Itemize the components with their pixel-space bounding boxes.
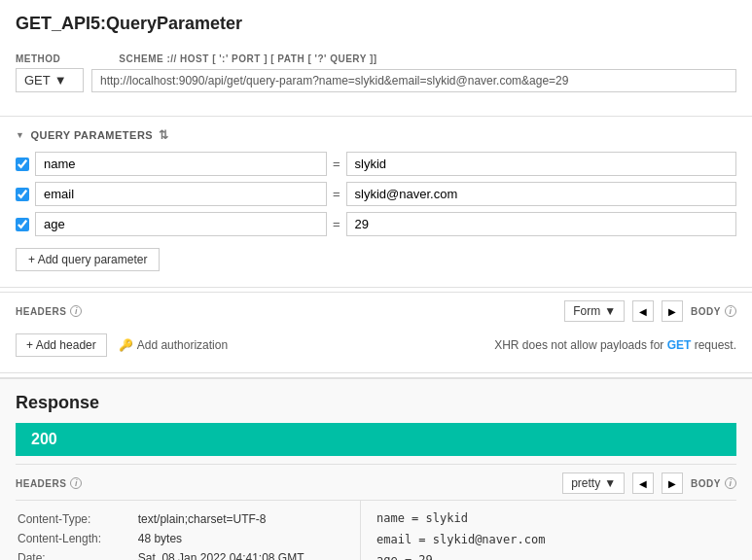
response-headers-row: HEADERS i pretty ▼ ◀ ▶ BODY i [16,464,736,500]
pretty-dropdown-icon: ▼ [604,476,616,490]
resp-header-val-0: text/plain;charset=UTF-8 [138,510,358,528]
add-authorization-button[interactable]: 🔑 Add authorization [119,338,228,352]
response-data-row: Content-Type:text/plain;charset=UTF-8Con… [16,500,736,560]
param-value-1[interactable] [346,182,736,206]
resp-header-key-0: Content-Type: [18,510,136,528]
actions-row: + Add header 🔑 Add authorization XHR doe… [0,330,752,368]
param-row: = [16,152,736,176]
table-row: Date:Sat, 08 Jan 2022 04:41:08 GMT [18,549,358,560]
form-label: Form [573,304,600,318]
param-row: = [16,182,736,206]
form-dropdown[interactable]: Form ▼ [564,300,625,322]
response-section: Response 200 HEADERS i pretty ▼ ◀ ▶ BODY… [0,377,752,560]
resp-body-line-1: email = slykid@naver.com [376,530,721,551]
response-headers-col: Content-Type:text/plain;charset=UTF-8Con… [16,501,361,560]
param-checkbox-0[interactable] [16,158,29,171]
equals-sign-1: = [333,187,340,201]
resp-nav-prev-button[interactable]: ◀ [632,472,654,494]
xhr-method-highlight: GET [667,338,692,352]
param-row: = [16,212,736,236]
param-value-0[interactable] [346,152,736,176]
body-info-icon[interactable]: i [725,305,736,317]
resp-headers-info-icon[interactable]: i [70,477,82,489]
table-row: Content-Length:48 bytes [18,530,358,547]
page-title: GET_API5:QueryParameter [0,0,752,44]
body-label: BODY i [691,305,736,317]
resp-nav-next-button[interactable]: ▶ [662,472,683,494]
pretty-label: pretty [571,476,600,490]
response-title: Response [16,393,736,413]
param-value-2[interactable] [346,212,736,236]
param-key-1[interactable] [35,182,327,206]
method-value: GET [24,73,51,88]
query-params-header[interactable]: ▼ QUERY PARAMETERS ⇅ [16,128,736,142]
add-header-button[interactable]: + Add header [16,333,107,357]
query-params-label: QUERY PARAMETERS [30,129,153,141]
headers-label: HEADERS i [16,305,82,317]
param-rows-container: = = = [16,152,736,236]
resp-header-key-2: Date: [18,549,136,560]
response-divider [0,372,752,373]
xhr-notice: XHR does not allow payloads for GET requ… [494,338,736,352]
url-input[interactable] [91,69,736,92]
params-divider [0,287,752,288]
lock-icon: 🔑 [119,338,133,352]
headers-body-row: HEADERS i Form ▼ ◀ ▶ BODY i [0,292,752,330]
resp-header-key-1: Content-Length: [18,530,136,547]
param-key-2[interactable] [35,212,327,236]
headers-info-icon[interactable]: i [70,305,82,317]
xhr-suffix: request. [695,338,736,352]
pretty-dropdown[interactable]: pretty ▼ [562,472,625,494]
resp-body-line-0: name = slykid [376,508,721,530]
param-checkbox-1[interactable] [16,188,29,201]
section-divider [0,116,752,117]
scheme-label: SCHEME :// HOST [ ':' PORT ] [ PATH [ '?… [119,53,376,64]
equals-sign-0: = [333,157,340,171]
method-label: METHOD [16,53,60,64]
param-key-0[interactable] [35,152,327,176]
table-row: Content-Type:text/plain;charset=UTF-8 [18,510,358,528]
form-dropdown-icon: ▼ [604,304,616,318]
nav-next-button[interactable]: ▶ [662,300,683,322]
add-query-param-button[interactable]: + Add query parameter [16,248,160,271]
response-headers-table: Content-Type:text/plain;charset=UTF-8Con… [16,508,360,560]
response-body-col: name = slykidemail = slykid@naver.comage… [361,501,736,560]
resp-body-label: BODY i [691,477,736,489]
resp-body-info-icon[interactable]: i [725,477,736,489]
triangle-icon: ▼ [16,130,24,140]
query-params-section: ▼ QUERY PARAMETERS ⇅ = = = + Add query p… [0,121,752,283]
param-checkbox-2[interactable] [16,218,29,231]
resp-body-line-2: age = 29 [376,550,721,560]
xhr-notice-text: XHR does not allow payloads for [494,338,663,352]
sort-icon[interactable]: ⇅ [159,128,169,142]
add-auth-label: Add authorization [137,338,228,352]
equals-sign-2: = [333,217,340,231]
method-select[interactable]: GET ▼ [16,68,84,92]
method-dropdown-icon: ▼ [54,73,67,88]
resp-header-val-1: 48 bytes [138,530,358,547]
response-headers-label: HEADERS i [16,477,82,489]
status-bar: 200 [16,423,736,456]
resp-header-val-2: Sat, 08 Jan 2022 04:41:08 GMT [138,549,358,560]
nav-prev-button[interactable]: ◀ [632,300,654,322]
